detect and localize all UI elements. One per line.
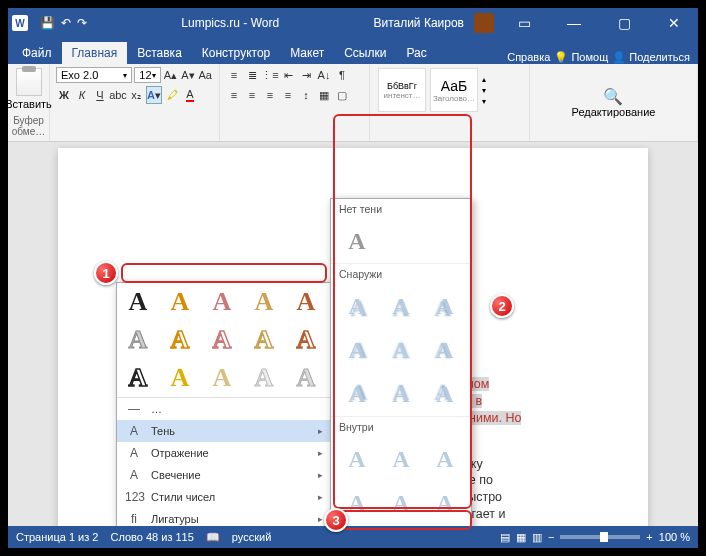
shadow-preset[interactable]: A (335, 330, 379, 370)
borders-button[interactable]: ▢ (334, 86, 350, 104)
tab-layout[interactable]: Макет (280, 42, 334, 64)
tab-references[interactable]: Ссылки (334, 42, 396, 64)
tell-me[interactable]: 💡 Помощ (554, 51, 608, 64)
sort-button[interactable]: A↓ (316, 66, 332, 84)
editing-group[interactable]: 🔍 Редактирование (572, 87, 656, 118)
save-icon[interactable]: 💾 (40, 16, 55, 30)
wordart-preset[interactable]: A (117, 321, 159, 359)
tab-insert[interactable]: Вставка (127, 42, 192, 64)
grow-font-button[interactable]: A▴ (163, 66, 178, 84)
view-web-icon[interactable]: ▥ (532, 531, 542, 544)
bullets-button[interactable]: ≡ (226, 66, 242, 84)
zoom-out-button[interactable]: − (548, 531, 554, 543)
zoom-slider[interactable] (560, 535, 640, 539)
wordart-preset[interactable]: A (243, 321, 285, 359)
shadow-preset[interactable]: A (423, 483, 467, 523)
wordart-preset[interactable]: A (117, 359, 159, 397)
wordart-preset[interactable]: A (159, 321, 201, 359)
zoom-level[interactable]: 100 % (659, 531, 690, 543)
wordart-preset[interactable]: A (201, 283, 243, 321)
minimize-button[interactable]: — (554, 8, 594, 38)
text-effects-button[interactable]: A▾ (146, 86, 162, 104)
tab-home[interactable]: Главная (62, 42, 128, 64)
strike-button[interactable]: abc (110, 86, 126, 104)
view-print-icon[interactable]: ▦ (516, 531, 526, 544)
shadow-preset[interactable]: A (379, 286, 423, 326)
status-proofing-icon[interactable]: 📖 (206, 531, 220, 544)
close-button[interactable]: ✕ (654, 8, 694, 38)
wordart-preset[interactable]: A (117, 283, 159, 321)
status-words[interactable]: Слово 48 из 115 (110, 531, 193, 543)
paste-icon[interactable] (16, 68, 42, 96)
indent-button[interactable]: ⇥ (298, 66, 314, 84)
menu-item-ligatures[interactable]: fiЛигатуры▸ (117, 508, 331, 526)
tab-mailings[interactable]: Рас (396, 42, 436, 64)
menu-item[interactable]: —… (117, 398, 331, 420)
undo-icon[interactable]: ↶ (61, 16, 71, 30)
wordart-preset[interactable]: A (243, 359, 285, 397)
ribbon-toggle-icon[interactable]: ▭ (504, 8, 544, 38)
line-spacing-button[interactable]: ↕ (298, 86, 314, 104)
wordart-preset[interactable]: A (159, 359, 201, 397)
view-read-icon[interactable]: ▤ (500, 531, 510, 544)
tab-file[interactable]: Файл (12, 42, 62, 64)
align-right-button[interactable]: ≡ (262, 86, 278, 104)
menu-item-glow[interactable]: AСвечение▸ (117, 464, 331, 486)
shadow-preset[interactable]: A (379, 374, 423, 414)
font-size-input[interactable]: 12▾ (134, 67, 161, 83)
highlight-button[interactable]: 🖍 (164, 86, 180, 104)
paste-button[interactable]: Вставить (5, 98, 52, 110)
wordart-preset[interactable]: A (285, 283, 327, 321)
bold-button[interactable]: Ж (56, 86, 72, 104)
shading-button[interactable]: ▦ (316, 86, 332, 104)
share-button[interactable]: 👤 Поделиться (612, 51, 690, 64)
shadow-preset[interactable]: A (335, 374, 379, 414)
wordart-preset[interactable]: A (285, 321, 327, 359)
wordart-preset[interactable]: A (159, 283, 201, 321)
numbering-button[interactable]: ≣ (244, 66, 260, 84)
outdent-button[interactable]: ⇤ (280, 66, 296, 84)
shadow-preset[interactable]: A (423, 286, 467, 326)
maximize-button[interactable]: ▢ (604, 8, 644, 38)
menu-item-reflection[interactable]: AОтражение▸ (117, 442, 331, 464)
shadow-preset[interactable]: A (379, 439, 423, 479)
font-color-button[interactable]: A (182, 86, 198, 104)
underline-button[interactable]: Ч (92, 86, 108, 104)
shadow-preset[interactable]: A (423, 330, 467, 370)
font-name-input[interactable]: Exo 2.0▾ (56, 67, 132, 83)
sub-super-button[interactable]: x₂ (128, 86, 144, 104)
shadow-preset[interactable]: A (379, 330, 423, 370)
status-page[interactable]: Страница 1 из 2 (16, 531, 98, 543)
align-left-button[interactable]: ≡ (226, 86, 242, 104)
zoom-in-button[interactable]: + (646, 531, 652, 543)
styles-more-button[interactable]: ▾ (482, 97, 496, 106)
tab-help[interactable]: Справка (507, 51, 550, 64)
styles-down-button[interactable]: ▾ (482, 86, 496, 95)
shadow-preset[interactable]: A (335, 439, 379, 479)
shadow-preset[interactable]: A (423, 374, 467, 414)
wordart-preset[interactable]: A (201, 321, 243, 359)
styles-up-button[interactable]: ▴ (482, 75, 496, 84)
menu-item-shadow[interactable]: AТень▸ (117, 420, 331, 442)
style-item[interactable]: АаБЗаголово… (430, 68, 478, 112)
shadow-preset[interactable]: A (423, 439, 467, 479)
user-name[interactable]: Виталий Каиров (373, 16, 464, 30)
shadow-none[interactable]: A (335, 221, 379, 261)
tab-design[interactable]: Конструктор (192, 42, 280, 64)
avatar[interactable] (474, 13, 494, 33)
wordart-preset[interactable]: A (285, 359, 327, 397)
pilcrow-button[interactable]: ¶ (334, 66, 350, 84)
shrink-font-button[interactable]: A▾ (180, 66, 195, 84)
redo-icon[interactable]: ↷ (77, 16, 87, 30)
status-language[interactable]: русский (232, 531, 271, 543)
align-center-button[interactable]: ≡ (244, 86, 260, 104)
multilevel-button[interactable]: ⋮≡ (262, 66, 278, 84)
wordart-preset[interactable]: A (201, 359, 243, 397)
justify-button[interactable]: ≡ (280, 86, 296, 104)
menu-item-numstyles[interactable]: 123Стили чисел▸ (117, 486, 331, 508)
italic-button[interactable]: К (74, 86, 90, 104)
shadow-preset[interactable]: A (379, 483, 423, 523)
wordart-preset[interactable]: A (243, 283, 285, 321)
shadow-preset[interactable]: A (335, 286, 379, 326)
change-case-button[interactable]: Aa (198, 66, 213, 84)
